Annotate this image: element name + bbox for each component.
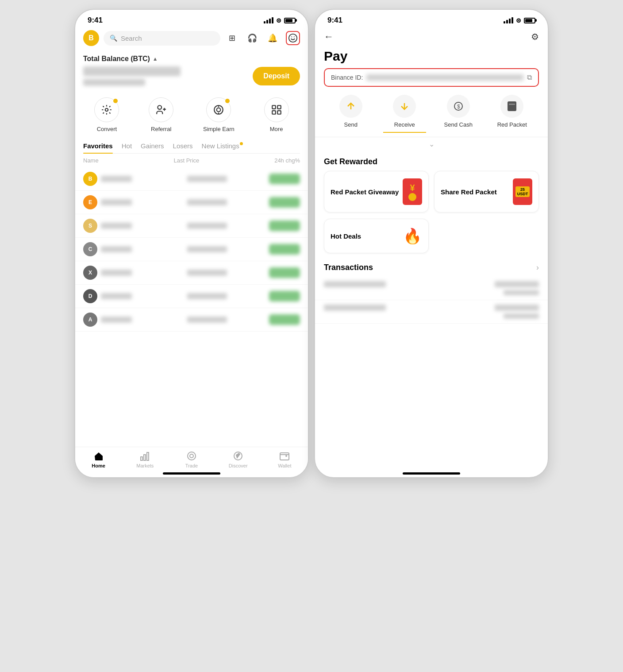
nav-wallet-label: Wallet xyxy=(278,463,291,468)
nav-markets[interactable]: Markets xyxy=(122,451,168,468)
table-row[interactable]: A xyxy=(75,308,308,332)
balance-value-blurred xyxy=(83,66,181,76)
deposit-button[interactable]: Deposit xyxy=(253,67,300,85)
pay-icon[interactable] xyxy=(286,31,300,45)
status-bar: 9:41 ⊜ xyxy=(75,10,308,27)
coin-name-blurred xyxy=(101,223,132,229)
coin-col: E xyxy=(83,195,145,209)
coin-icon: S xyxy=(83,219,97,233)
tab-losers[interactable]: Losers xyxy=(173,142,193,153)
pay-action-send[interactable]: Send xyxy=(324,95,378,132)
binance-id-bar: Binance ID: ⧉ xyxy=(324,68,539,87)
tx-right-2 xyxy=(495,305,539,319)
nav-wallet[interactable]: Wallet xyxy=(262,451,308,468)
price-blurred xyxy=(187,293,227,299)
pay-action-receive[interactable]: Receive xyxy=(378,95,432,132)
svg-point-16 xyxy=(188,452,196,460)
coin-name-blurred xyxy=(101,199,132,205)
table-row[interactable]: S xyxy=(75,214,308,238)
home-indicator-2 xyxy=(403,472,460,475)
tx-left-2 xyxy=(324,305,386,319)
tx-sub-blurred-2 xyxy=(504,313,539,319)
tx-left-1 xyxy=(324,281,386,295)
table-row[interactable]: C xyxy=(75,238,308,261)
copy-icon[interactable]: ⧉ xyxy=(527,73,532,81)
change-blurred xyxy=(269,291,300,301)
table-row[interactable]: D xyxy=(75,285,308,308)
change-blurred xyxy=(269,220,300,231)
coin-icon: A xyxy=(83,313,97,327)
tab-favorites[interactable]: Favorites xyxy=(83,142,113,153)
binance-logo[interactable]: B xyxy=(83,30,99,46)
settings-icon[interactable]: ⚙ xyxy=(531,31,539,42)
col-last-price: Last Price xyxy=(174,157,200,164)
svg-marker-19 xyxy=(236,453,240,458)
coin-name-blurred xyxy=(101,246,132,252)
nav-home[interactable]: Home xyxy=(75,451,122,468)
action-convert[interactable]: Convert xyxy=(94,97,119,132)
coin-icon: D xyxy=(83,289,97,303)
action-simple-earn[interactable]: Simple Earn xyxy=(203,97,235,132)
nav-discover[interactable]: Discover xyxy=(215,451,262,468)
table-row[interactable]: X xyxy=(75,261,308,285)
tab-bar: Favorites Hot Gainers Losers New Listing… xyxy=(83,142,300,154)
header-icons: ⊞ 🎧 🔔 xyxy=(225,31,300,45)
simple-earn-label: Simple Earn xyxy=(203,126,235,132)
svg-rect-25 xyxy=(508,101,516,111)
tab-new-listings[interactable]: New Listings xyxy=(202,142,239,153)
more-icon xyxy=(264,97,289,122)
battery-icon xyxy=(284,18,296,23)
change-blurred xyxy=(269,314,300,325)
red-packet-giveaway-card[interactable]: Red Packet Giveaway xyxy=(324,171,429,212)
table-row[interactable]: B xyxy=(75,167,308,191)
tab-gainers[interactable]: Gainers xyxy=(141,142,164,153)
tab-hot[interactable]: Hot xyxy=(122,142,132,153)
balance-caret-icon: ▲ xyxy=(153,56,158,62)
header: B 🔍 Search ⊞ 🎧 🔔 xyxy=(75,27,308,50)
nav-trade[interactable]: Trade xyxy=(168,451,215,468)
search-bar[interactable]: 🔍 Search xyxy=(104,31,220,46)
tx-name-blurred xyxy=(324,281,386,287)
coin-col: S xyxy=(83,219,145,233)
table-row[interactable]: E xyxy=(75,191,308,214)
bell-icon[interactable]: 🔔 xyxy=(265,31,280,45)
wifi-icon-2: ⊜ xyxy=(516,17,521,24)
share-red-packet-img: 25USDT xyxy=(513,178,532,205)
transactions-title: Transactions xyxy=(324,263,373,272)
wifi-icon: ⊜ xyxy=(276,17,281,24)
coin-name-blurred xyxy=(101,317,132,323)
tx-right-1 xyxy=(495,281,539,295)
action-referral[interactable]: Referral xyxy=(149,97,173,132)
change-blurred xyxy=(269,197,300,208)
headset-icon[interactable]: 🎧 xyxy=(245,31,259,45)
svg-rect-20 xyxy=(280,453,289,460)
status-bar-2: 9:41 ⊜ xyxy=(315,10,548,27)
get-rewarded-title: Get Rewarded xyxy=(315,151,548,171)
expand-icon[interactable]: ⌄ xyxy=(315,137,548,151)
pay-action-send-cash[interactable]: $ Send Cash xyxy=(431,95,485,132)
balance-title[interactable]: Total Balance (BTC) ▲ xyxy=(83,55,300,63)
hot-deals-card[interactable]: Hot Deals 🔥 xyxy=(324,219,429,253)
nav-home-label: Home xyxy=(92,463,105,468)
nav-trade-label: Trade xyxy=(185,463,198,468)
action-more[interactable]: More xyxy=(264,97,289,132)
coin-col: C xyxy=(83,242,145,256)
transactions-more-icon[interactable]: › xyxy=(536,263,539,272)
status-icons-2: ⊜ xyxy=(504,17,535,24)
back-button[interactable]: ← xyxy=(324,31,334,42)
coin-name-blurred xyxy=(101,270,132,276)
pay-actions: Send Receive $ Send Cash xyxy=(315,93,548,137)
change-blurred xyxy=(269,244,300,255)
transaction-row-2[interactable] xyxy=(315,300,548,324)
transaction-row-1[interactable] xyxy=(315,277,548,300)
red-packet-giveaway-img xyxy=(403,178,422,205)
pay-action-red-packet[interactable]: Red Packet xyxy=(485,95,539,132)
share-red-packet-card[interactable]: Share Red Packet 25USDT xyxy=(434,171,539,212)
coin-icon: X xyxy=(83,266,97,280)
scan-icon[interactable]: ⊞ xyxy=(225,31,239,45)
svg-rect-15 xyxy=(147,452,149,460)
svg-rect-9 xyxy=(272,105,276,109)
red-packet-giveaway-label: Red Packet Giveaway xyxy=(331,187,399,197)
price-blurred xyxy=(187,246,227,252)
search-placeholder: Search xyxy=(121,35,142,42)
